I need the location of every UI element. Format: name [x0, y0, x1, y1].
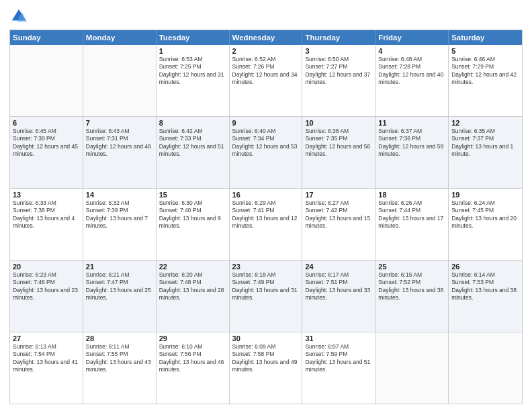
day-number: 15 [159, 191, 226, 199]
day-number: 16 [232, 191, 300, 199]
day-number: 18 [378, 191, 445, 199]
calendar-day-cell: 10Sunrise: 6:38 AM Sunset: 7:35 PM Dayli… [302, 117, 375, 188]
calendar-day-cell: 18Sunrise: 6:26 AM Sunset: 7:44 PM Dayli… [375, 189, 449, 260]
day-info: Sunrise: 6:14 AM Sunset: 7:53 PM Dayligh… [451, 271, 519, 302]
calendar-week-row: 1Sunrise: 6:53 AM Sunset: 7:25 PM Daylig… [10, 45, 522, 116]
day-number: 24 [305, 263, 372, 271]
calendar-day-cell [375, 332, 449, 404]
calendar-body: 1Sunrise: 6:53 AM Sunset: 7:25 PM Daylig… [10, 45, 522, 404]
day-info: Sunrise: 6:29 AM Sunset: 7:41 PM Dayligh… [232, 199, 300, 230]
calendar-day-cell: 30Sunrise: 6:09 AM Sunset: 7:58 PM Dayli… [230, 332, 303, 404]
day-number: 9 [232, 119, 300, 127]
day-number: 19 [451, 191, 519, 199]
day-number: 27 [13, 334, 80, 342]
calendar-day-cell: 9Sunrise: 6:40 AM Sunset: 7:34 PM Daylig… [230, 117, 303, 188]
day-number: 20 [13, 263, 80, 271]
day-info: Sunrise: 6:52 AM Sunset: 7:26 PM Dayligh… [232, 56, 300, 87]
day-info: Sunrise: 6:18 AM Sunset: 7:49 PM Dayligh… [232, 271, 300, 302]
day-number: 26 [451, 263, 519, 271]
day-number: 23 [232, 263, 300, 271]
day-info: Sunrise: 6:33 AM Sunset: 7:38 PM Dayligh… [13, 199, 80, 230]
calendar: SundayMondayTuesdayWednesdayThursdayFrid… [9, 30, 523, 404]
calendar-header-cell: Friday [375, 30, 449, 45]
calendar-header-cell: Monday [83, 30, 157, 45]
day-number: 3 [305, 47, 372, 55]
day-info: Sunrise: 6:23 AM Sunset: 7:46 PM Dayligh… [13, 271, 80, 302]
calendar-day-cell: 13Sunrise: 6:33 AM Sunset: 7:38 PM Dayli… [10, 189, 83, 260]
day-info: Sunrise: 6:38 AM Sunset: 7:35 PM Dayligh… [305, 128, 372, 158]
day-info: Sunrise: 6:24 AM Sunset: 7:45 PM Dayligh… [451, 199, 519, 230]
calendar-day-cell: 2Sunrise: 6:52 AM Sunset: 7:26 PM Daylig… [230, 45, 303, 116]
day-info: Sunrise: 6:45 AM Sunset: 7:30 PM Dayligh… [13, 128, 80, 158]
day-info: Sunrise: 6:15 AM Sunset: 7:52 PM Dayligh… [378, 271, 445, 302]
calendar-day-cell: 12Sunrise: 6:35 AM Sunset: 7:37 PM Dayli… [449, 117, 522, 188]
calendar-day-cell: 17Sunrise: 6:27 AM Sunset: 7:42 PM Dayli… [302, 189, 375, 260]
calendar-header-cell: Saturday [449, 30, 522, 45]
calendar-day-cell: 29Sunrise: 6:10 AM Sunset: 7:56 PM Dayli… [157, 332, 230, 404]
day-number: 28 [86, 334, 153, 342]
page: SundayMondayTuesdayWednesdayThursdayFrid… [0, 0, 532, 411]
calendar-day-cell: 19Sunrise: 6:24 AM Sunset: 7:45 PM Dayli… [449, 189, 522, 260]
day-number: 11 [378, 119, 445, 127]
day-info: Sunrise: 6:32 AM Sunset: 7:39 PM Dayligh… [86, 199, 153, 230]
day-number: 29 [159, 334, 226, 342]
calendar-day-cell: 21Sunrise: 6:21 AM Sunset: 7:47 PM Dayli… [83, 261, 157, 332]
day-info: Sunrise: 6:17 AM Sunset: 7:51 PM Dayligh… [305, 271, 372, 302]
day-info: Sunrise: 6:42 AM Sunset: 7:33 PM Dayligh… [159, 128, 226, 158]
day-number: 25 [378, 263, 445, 271]
day-number: 14 [86, 191, 153, 199]
calendar-day-cell: 14Sunrise: 6:32 AM Sunset: 7:39 PM Dayli… [83, 189, 157, 260]
calendar-week-row: 13Sunrise: 6:33 AM Sunset: 7:38 PM Dayli… [10, 188, 522, 260]
calendar-week-row: 20Sunrise: 6:23 AM Sunset: 7:46 PM Dayli… [10, 260, 522, 332]
calendar-day-cell: 24Sunrise: 6:17 AM Sunset: 7:51 PM Dayli… [302, 261, 375, 332]
calendar-day-cell: 6Sunrise: 6:45 AM Sunset: 7:30 PM Daylig… [10, 117, 83, 188]
day-info: Sunrise: 6:26 AM Sunset: 7:44 PM Dayligh… [378, 199, 445, 230]
calendar-week-row: 6Sunrise: 6:45 AM Sunset: 7:30 PM Daylig… [10, 116, 522, 188]
calendar-day-cell: 20Sunrise: 6:23 AM Sunset: 7:46 PM Dayli… [10, 261, 83, 332]
day-number: 30 [232, 334, 300, 342]
calendar-header-cell: Sunday [10, 30, 83, 45]
day-number: 4 [378, 47, 445, 55]
calendar-day-cell: 31Sunrise: 6:07 AM Sunset: 7:59 PM Dayli… [302, 332, 375, 404]
day-number: 13 [13, 191, 80, 199]
calendar-day-cell [10, 45, 83, 116]
day-info: Sunrise: 6:07 AM Sunset: 7:59 PM Dayligh… [305, 343, 372, 374]
calendar-day-cell: 11Sunrise: 6:37 AM Sunset: 7:36 PM Dayli… [375, 117, 449, 188]
calendar-day-cell: 16Sunrise: 6:29 AM Sunset: 7:41 PM Dayli… [230, 189, 303, 260]
day-number: 8 [159, 119, 226, 127]
day-number: 5 [451, 47, 519, 55]
day-info: Sunrise: 6:50 AM Sunset: 7:27 PM Dayligh… [305, 56, 372, 87]
day-info: Sunrise: 6:10 AM Sunset: 7:56 PM Dayligh… [159, 343, 226, 374]
calendar-day-cell: 28Sunrise: 6:11 AM Sunset: 7:55 PM Dayli… [83, 332, 157, 404]
calendar-day-cell: 22Sunrise: 6:20 AM Sunset: 7:48 PM Dayli… [157, 261, 230, 332]
day-info: Sunrise: 6:48 AM Sunset: 7:28 PM Dayligh… [378, 56, 445, 87]
calendar-header-cell: Thursday [302, 30, 375, 45]
day-info: Sunrise: 6:40 AM Sunset: 7:34 PM Dayligh… [232, 128, 300, 158]
calendar-day-cell: 23Sunrise: 6:18 AM Sunset: 7:49 PM Dayli… [230, 261, 303, 332]
day-info: Sunrise: 6:53 AM Sunset: 7:25 PM Dayligh… [159, 56, 226, 87]
calendar-day-cell: 27Sunrise: 6:13 AM Sunset: 7:54 PM Dayli… [10, 332, 83, 404]
day-info: Sunrise: 6:13 AM Sunset: 7:54 PM Dayligh… [13, 343, 80, 374]
day-info: Sunrise: 6:35 AM Sunset: 7:37 PM Dayligh… [451, 128, 519, 158]
calendar-week-row: 27Sunrise: 6:13 AM Sunset: 7:54 PM Dayli… [10, 332, 522, 404]
day-number: 6 [13, 119, 80, 127]
calendar-day-cell: 15Sunrise: 6:30 AM Sunset: 7:40 PM Dayli… [157, 189, 230, 260]
day-number: 12 [451, 119, 519, 127]
day-number: 17 [305, 191, 372, 199]
calendar-day-cell [83, 45, 157, 116]
calendar-day-cell: 8Sunrise: 6:42 AM Sunset: 7:33 PM Daylig… [157, 117, 230, 188]
logo [9, 7, 31, 26]
calendar-day-cell: 3Sunrise: 6:50 AM Sunset: 7:27 PM Daylig… [302, 45, 375, 116]
day-number: 2 [232, 47, 300, 55]
calendar-day-cell: 5Sunrise: 6:46 AM Sunset: 7:29 PM Daylig… [449, 45, 522, 116]
day-info: Sunrise: 6:43 AM Sunset: 7:31 PM Dayligh… [86, 128, 153, 158]
header [9, 7, 523, 26]
calendar-day-cell: 1Sunrise: 6:53 AM Sunset: 7:25 PM Daylig… [157, 45, 230, 116]
day-number: 10 [305, 119, 372, 127]
calendar-day-cell [449, 332, 522, 404]
calendar-header-cell: Wednesday [230, 30, 303, 45]
day-number: 7 [86, 119, 153, 127]
day-info: Sunrise: 6:11 AM Sunset: 7:55 PM Dayligh… [86, 343, 153, 374]
calendar-day-cell: 26Sunrise: 6:14 AM Sunset: 7:53 PM Dayli… [449, 261, 522, 332]
day-info: Sunrise: 6:21 AM Sunset: 7:47 PM Dayligh… [86, 271, 153, 302]
